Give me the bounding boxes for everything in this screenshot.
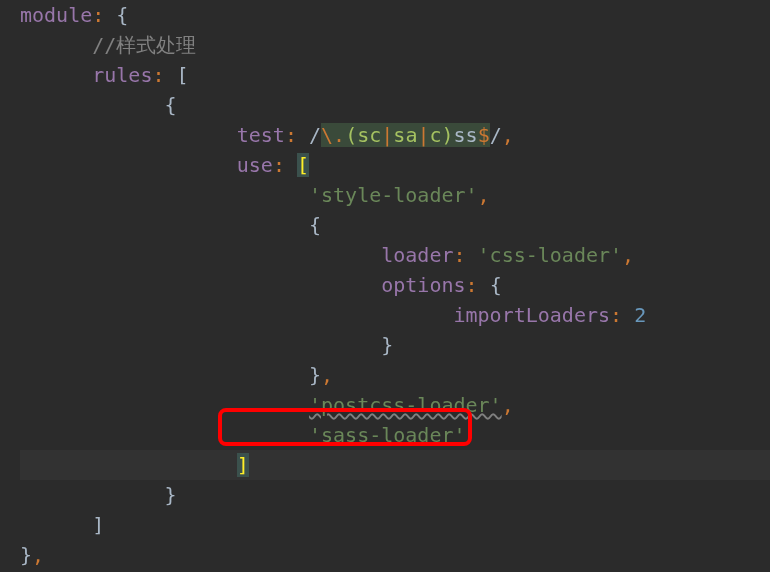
- code-line: options: {: [20, 270, 770, 300]
- code-line-cursor: ]: [20, 450, 770, 480]
- code-line: test: /\.(sc|sa|c)ss$/,: [20, 120, 770, 150]
- code-line: 'style-loader',: [20, 180, 770, 210]
- code-line: },: [20, 360, 770, 390]
- key-import-loaders: importLoaders: [453, 303, 610, 327]
- key-options: options: [381, 273, 465, 297]
- string-style-loader: 'style-loader': [309, 183, 478, 207]
- code-line: },: [20, 540, 770, 570]
- code-editor[interactable]: module: { //样式处理 rules: [ { test: /\.(sc…: [20, 0, 770, 570]
- code-line: 'postcss-loader',: [20, 390, 770, 420]
- key-loader: loader: [381, 243, 453, 267]
- key-module: module: [20, 3, 92, 27]
- code-line: use: [: [20, 150, 770, 180]
- code-line: }: [20, 480, 770, 510]
- code-line: rules: [: [20, 60, 770, 90]
- code-line: ]: [20, 510, 770, 540]
- code-line: 'sass-loader': [20, 420, 770, 450]
- code-line: {: [20, 90, 770, 120]
- number-import-loaders: 2: [634, 303, 646, 327]
- code-line: }: [20, 330, 770, 360]
- string-postcss-loader: 'postcss-loader': [309, 393, 502, 417]
- string-sass-loader: 'sass-loader': [309, 423, 466, 447]
- key-use: use: [237, 153, 273, 177]
- code-line: loader: 'css-loader',: [20, 240, 770, 270]
- comment: //样式处理: [92, 33, 196, 57]
- code-line: importLoaders: 2: [20, 300, 770, 330]
- code-line: {: [20, 210, 770, 240]
- key-test: test: [237, 123, 285, 147]
- code-line: //样式处理: [20, 30, 770, 60]
- code-line: module: {: [20, 0, 770, 30]
- key-rules: rules: [92, 63, 152, 87]
- string-css-loader: 'css-loader': [478, 243, 623, 267]
